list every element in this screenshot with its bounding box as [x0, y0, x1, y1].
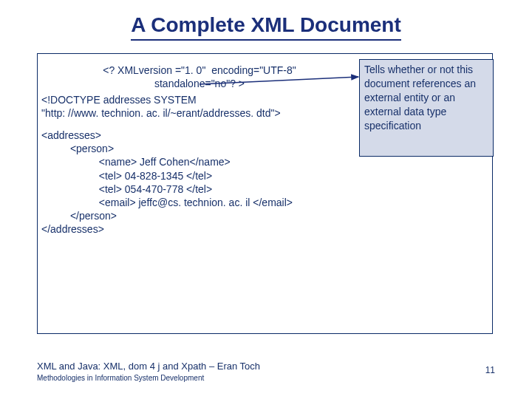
pointer-arrow-icon [170, 74, 362, 96]
footer-main: XML and Java: XML, dom 4 j and Xpath – E… [37, 361, 260, 372]
callout-text: Tells whether or not this document refer… [364, 64, 476, 132]
email-element: <email> jeffc@cs. technion. ac. il </ema… [99, 197, 293, 208]
svg-line-1 [200, 77, 358, 84]
addresses-open: <addresses> [41, 129, 101, 141]
person-open: <person> [70, 143, 114, 154]
addresses-close: </addresses> [41, 223, 104, 235]
person-close: </person> [70, 210, 117, 222]
slide-title: A Complete XML Document [131, 13, 401, 41]
tel-element-1: <tel> 04-828-1345 </tel> [99, 170, 212, 182]
doctype-line2: "http: //www. technion. ac. il/~erant/ad… [41, 107, 281, 119]
callout-box: Tells whether or not this document refer… [359, 59, 494, 157]
name-element: <name> Jeff Cohen</name> [99, 156, 231, 168]
footer-subtitle: Methodologies in Information System Deve… [37, 374, 204, 382]
tel-element-2: <tel> 054-470-778 </tel> [99, 183, 212, 195]
doctype-declaration: <!DOCTYPE addresses SYSTEM "http: //www.… [41, 93, 281, 120]
page-number: 11 [485, 365, 495, 375]
xml-body: <addresses> <person> <name> Jeff Cohen</… [41, 129, 293, 236]
